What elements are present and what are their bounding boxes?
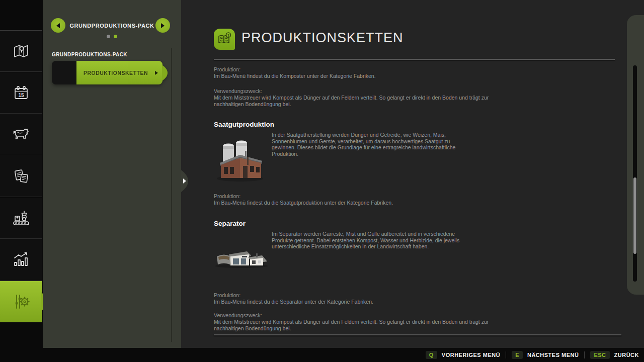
svg-text:15: 15 bbox=[18, 92, 24, 98]
hint-separator bbox=[584, 351, 585, 358]
next-menu-hint[interactable]: E NÄCHSTES MENÜ bbox=[512, 351, 579, 359]
help-content-panel: ? PRODUKTIONSKETTEN Produktion: Im Bau-M… bbox=[181, 0, 644, 348]
category-pager: GRUNDPRODUKTIONS-PACK bbox=[43, 18, 181, 33]
previous-menu-hint[interactable]: Q VORHERIGES MENÜ bbox=[426, 351, 500, 359]
main-menu-sidebar: 15 bbox=[0, 0, 42, 348]
separator-building-image bbox=[214, 244, 269, 270]
note-text: Mit dem Miststreuer wird Kompost als Dün… bbox=[214, 95, 489, 108]
animals-icon bbox=[11, 125, 32, 145]
note-label: Produktion: bbox=[214, 193, 393, 200]
section-heading-separator: Separator bbox=[214, 220, 246, 227]
note-label: Produktion: bbox=[214, 292, 373, 299]
subpanel-scrollbar[interactable] bbox=[171, 48, 172, 342]
note-text: Im Bau-Menü findest du die Separator unt… bbox=[214, 299, 373, 305]
content-divider-bottom bbox=[214, 334, 621, 335]
note-text: Im Bau-Menü findest du die Saatgutproduk… bbox=[214, 200, 393, 206]
pager-dots bbox=[43, 35, 181, 38]
help-book-icon: ? bbox=[214, 29, 235, 50]
content-divider-top bbox=[214, 59, 615, 60]
sidebar-item-production[interactable] bbox=[0, 198, 42, 239]
selected-topic-bump bbox=[162, 65, 168, 81]
map-icon bbox=[11, 41, 31, 61]
statistics-icon bbox=[11, 249, 32, 270]
topic-icon-slot bbox=[52, 61, 76, 84]
key-q: Q bbox=[426, 351, 437, 359]
svg-text:?: ? bbox=[227, 33, 230, 38]
back-hint[interactable]: ESC ZURÜCK bbox=[590, 351, 639, 359]
settings-icon bbox=[11, 291, 32, 312]
production-icon bbox=[11, 208, 32, 229]
sidebar-item-statistics[interactable] bbox=[0, 239, 42, 281]
note-produktion-2: Produktion: Im Bau-Menü findest du die S… bbox=[214, 193, 393, 206]
note-text: Im Bau-Menü findest du die Komposter unt… bbox=[214, 73, 376, 79]
note-verwendungszweck-2: Verwendungszweck: Mit dem Miststreuer wi… bbox=[214, 312, 489, 332]
category-title: GRUNDPRODUKTIONS-PACK bbox=[65, 23, 158, 29]
category-section-label: GRUNDPRODUKTIONS-PACK bbox=[52, 52, 127, 57]
sidebar-item-map[interactable] bbox=[0, 31, 42, 72]
sidebar-item-settings[interactable] bbox=[0, 281, 42, 322]
previous-menu-label: VORHERIGES MENÜ bbox=[442, 352, 500, 358]
hint-separator bbox=[506, 351, 506, 358]
panel-collapse-handle[interactable] bbox=[181, 170, 189, 192]
back-label: ZURÜCK bbox=[614, 352, 639, 358]
note-produktion-3: Produktion: Im Bau-Menü findest du die S… bbox=[214, 292, 373, 305]
note-verwendungszweck-1: Verwendungszweck: Mit dem Miststreuer wi… bbox=[214, 88, 489, 108]
help-category-panel: GRUNDPRODUKTIONS-PACK GRUNDPRODUKTIONS-P… bbox=[43, 0, 181, 348]
sidebar-item-calendar[interactable]: 15 bbox=[0, 72, 42, 114]
next-menu-label: NÄCHSTES MENÜ bbox=[527, 352, 579, 358]
note-label: Verwendungszweck: bbox=[214, 312, 489, 319]
section-heading-saatgutproduktion: Saatgutproduktion bbox=[214, 121, 274, 128]
seed-production-building-image bbox=[214, 132, 267, 184]
pager-dot[interactable] bbox=[107, 35, 110, 38]
note-text: Mit dem Miststreuer wird Kompost als Dün… bbox=[214, 319, 489, 332]
contracts-icon bbox=[11, 166, 31, 187]
shortcut-bar: Q VORHERIGES MENÜ E NÄCHSTES MENÜ ESC ZU… bbox=[0, 348, 644, 362]
left-arrow-icon bbox=[56, 23, 60, 28]
key-e: E bbox=[512, 351, 523, 359]
next-category-button[interactable] bbox=[155, 18, 170, 33]
note-label: Produktion: bbox=[214, 66, 376, 73]
note-produktion-1: Produktion: Im Bau-Menü findest du die K… bbox=[214, 66, 376, 79]
key-esc: ESC bbox=[590, 351, 609, 359]
previous-category-button[interactable] bbox=[51, 18, 65, 33]
pager-dot-active[interactable] bbox=[114, 35, 117, 38]
content-scrollbar-rail bbox=[627, 15, 644, 295]
note-label: Verwendungszweck: bbox=[214, 88, 489, 95]
section-text-saatgutproduktion: In der Saatgutherstellung werden Dünger … bbox=[272, 132, 468, 157]
calendar-icon: 15 bbox=[11, 83, 31, 103]
help-menu-screen: 15 bbox=[0, 0, 644, 362]
right-arrow-icon bbox=[161, 23, 165, 28]
topic-arrow-icon bbox=[155, 71, 158, 75]
page-title: PRODUKTIONSKETTEN bbox=[242, 30, 404, 46]
sidebar-item-contracts[interactable] bbox=[0, 156, 42, 197]
topic-label: PRODUKTIONSKETTEN bbox=[76, 70, 155, 76]
section-text-separator: Im Separator werden Gärreste, Mist und G… bbox=[272, 231, 468, 250]
sidebar-item-animals[interactable] bbox=[0, 114, 42, 155]
help-topic-produktionsketten[interactable]: PRODUKTIONSKETTEN bbox=[52, 61, 163, 84]
scrollbar-thumb[interactable] bbox=[633, 177, 636, 254]
